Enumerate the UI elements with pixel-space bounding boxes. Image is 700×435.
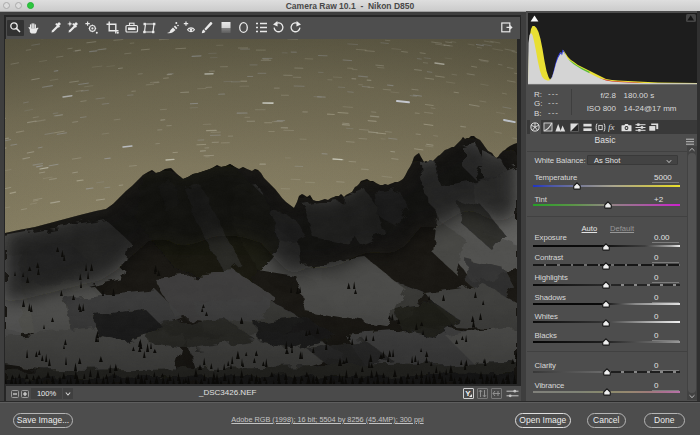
svg-text:fx: fx: [608, 122, 615, 132]
